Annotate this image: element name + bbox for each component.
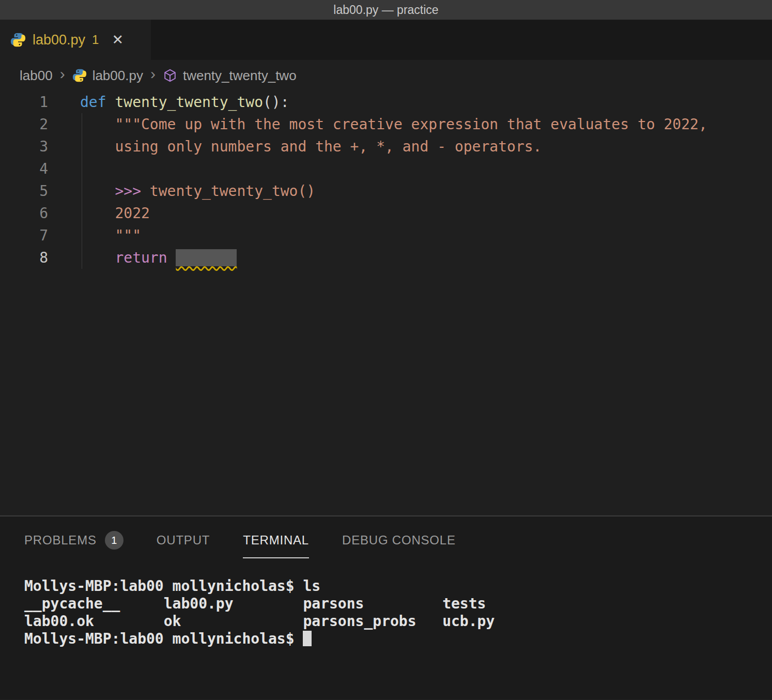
terminal-line: lab00.ok ok parsons_probs ucb.py [24,613,772,630]
terminal-line: Mollys-MBP:lab00 mollynicholas$ [24,630,772,648]
code-token: >>> [115,182,141,200]
line-number: 5 [0,180,48,202]
problems-count-badge: 1 [105,531,123,550]
breadcrumb: lab00 › lab00.py › twenty_twenty_two [0,60,772,91]
tab-bar: lab00.py 1 ✕ [0,20,772,60]
python-file-icon [10,32,26,48]
code-content: """ [48,224,141,247]
code-token: def [80,94,106,111]
line-number: 4 [0,158,48,180]
code-token [80,205,115,222]
editor-tab-lab00[interactable]: lab00.py 1 ✕ [0,20,151,60]
chevron-right-icon: › [58,66,67,85]
close-tab-icon[interactable]: ✕ [112,32,123,48]
terminal-output[interactable]: Mollys-MBP:lab00 mollynicholas$ ls__pyca… [0,564,772,648]
code-token: """Come up with the most creative expres… [115,116,707,133]
line-number: 6 [0,202,48,224]
panel-tab-label: DEBUG CONSOLE [342,533,456,547]
panel-tab-label: PROBLEMS [24,533,97,547]
breadcrumb-file[interactable]: lab00.py [92,68,143,84]
chevron-right-icon: › [149,66,157,85]
code-line[interactable]: 3 using only numbers and the +, *, and -… [0,135,772,158]
terminal-cursor [303,631,312,646]
terminal-line: __pycache__ lab00.py parsons tests [24,595,772,613]
panel-tab-debug-console[interactable]: DEBUG CONSOLE [342,516,456,564]
code-content: return [48,247,237,269]
code-token [80,116,115,133]
terminal-line: Mollys-MBP:lab00 mollynicholas$ ls [24,577,772,595]
code-token: twenty_twenty_two [115,94,263,111]
code-token: return [115,249,167,266]
bottom-panel: PROBLEMS1OUTPUTTERMINALDEBUG CONSOLE Mol… [0,516,772,699]
code-token [106,94,115,111]
indent-guide [82,113,82,269]
panel-tabs: PROBLEMS1OUTPUTTERMINALDEBUG CONSOLE [0,516,772,564]
panel-tab-label: TERMINAL [243,533,309,547]
code-editor[interactable]: 1def twenty_twenty_two():2 """Come up wi… [0,91,772,515]
panel-tab-terminal[interactable]: TERMINAL [243,516,309,564]
code-token: twenty_twenty_two() [141,182,315,200]
window-title: lab00.py — practice [333,3,438,17]
symbol-method-icon [163,68,177,83]
code-token: (): [263,94,289,111]
code-token [167,249,176,266]
code-line[interactable]: 8 return [0,247,772,269]
panel-tab-label: OUTPUT [157,533,210,547]
code-content: def twenty_twenty_two(): [48,91,289,113]
code-token [80,249,115,266]
breadcrumb-folder[interactable]: lab00 [20,68,53,84]
code-line[interactable]: 4 [0,158,772,180]
window-titlebar: lab00.py — practice [0,0,772,20]
line-number: 7 [0,224,48,247]
python-file-icon [72,68,87,83]
line-number: 8 [0,247,48,269]
line-number: 2 [0,113,48,135]
editor-lines: 1def twenty_twenty_two():2 """Come up wi… [0,91,772,269]
code-line[interactable]: 2 """Come up with the most creative expr… [0,113,772,135]
code-content: >>> twenty_twenty_two() [48,180,315,202]
code-token [80,182,115,200]
breadcrumb-symbol[interactable]: twenty_twenty_two [183,68,297,84]
panel-tab-problems[interactable]: PROBLEMS1 [24,516,123,564]
code-token [80,138,115,155]
code-token: """ [115,227,141,244]
code-line[interactable]: 6 2022 [0,202,772,224]
panel-tab-output[interactable]: OUTPUT [157,516,210,564]
code-line[interactable]: 7 """ [0,224,772,247]
code-line[interactable]: 1def twenty_twenty_two(): [0,91,772,113]
code-content: 2022 [48,202,150,224]
line-number: 3 [0,135,48,158]
code-content: using only numbers and the +, *, and - o… [48,135,542,158]
code-content: """Come up with the most creative expres… [48,113,707,135]
code-line[interactable]: 5 >>> twenty_twenty_two() [0,180,772,202]
selection-with-warning-squiggle [176,249,237,266]
code-content [48,158,80,180]
code-token: 2022 [115,205,149,222]
code-token: using only numbers and the +, *, and - o… [115,138,542,155]
line-number: 1 [0,91,48,113]
tab-filename: lab00.py [33,32,85,48]
code-token [80,227,115,244]
tab-problem-count: 1 [92,33,99,47]
